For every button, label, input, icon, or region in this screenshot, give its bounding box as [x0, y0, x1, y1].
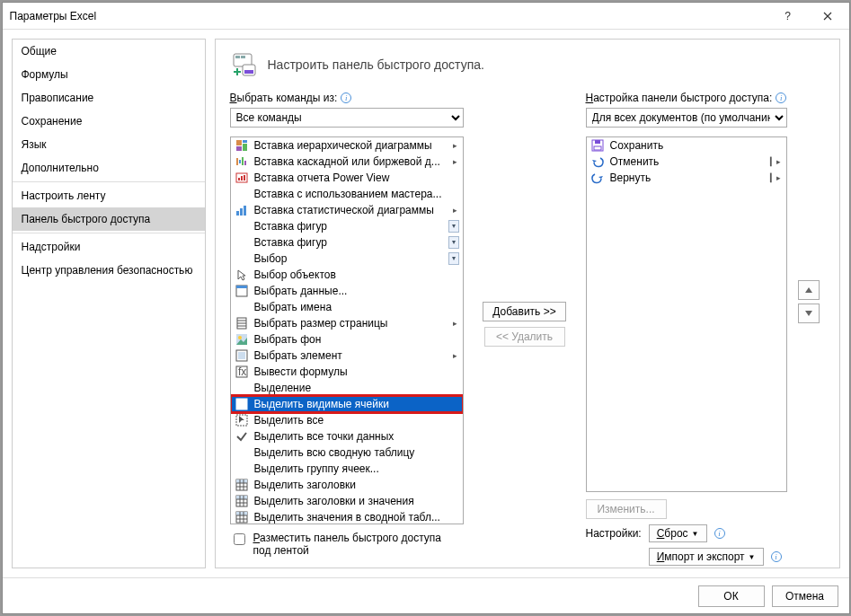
command-label: Выбрать размер страницы [254, 317, 448, 330]
info-icon[interactable]: i [771, 551, 782, 562]
command-label: Выбрать элемент [254, 349, 448, 362]
command-item[interactable]: Вставка с использованием мастера... [231, 186, 463, 202]
main-heading: Настроить панель быстрого доступа. [268, 57, 484, 72]
command-item[interactable]: Выделение [231, 380, 463, 396]
qat-customize-icon [230, 50, 259, 79]
svg-rect-4 [244, 70, 253, 74]
command-item[interactable]: Вставка иерархической диаграммы▸ [231, 137, 463, 154]
command-item[interactable]: Выделить заголовки и значения [231, 493, 463, 509]
qat-item[interactable]: Сохранить [587, 137, 786, 154]
dropdown-chevron-icon[interactable]: ▾ [448, 252, 459, 265]
chart-wf-icon [235, 154, 249, 169]
reset-menu-button[interactable]: Сброс▼ [649, 524, 707, 542]
sidebar-item[interactable]: Сохранение [13, 110, 205, 133]
select-all-icon [235, 413, 249, 427]
split-arrow-icon: ▎▸ [770, 157, 783, 166]
command-item[interactable]: Выделить значения в сводной табл... [231, 509, 463, 524]
command-label: Выбор [254, 252, 443, 265]
qat-item-label: Сохранить [610, 139, 783, 152]
help-button[interactable]: ? [768, 4, 808, 29]
svg-rect-38 [595, 140, 600, 144]
command-label: Выбор объектов [254, 268, 459, 281]
sidebar-item[interactable]: Настроить ленту [13, 184, 205, 207]
dropdown-chevron-icon[interactable]: ▾ [448, 236, 459, 249]
command-label: Выделить все точки данных [254, 430, 459, 443]
command-label: Выделить всю сводную таблицу [254, 446, 459, 459]
ok-button[interactable]: ОК [698, 585, 765, 607]
command-item[interactable]: Выбор▾ [231, 251, 463, 267]
excel-options-dialog: Параметры Excel ? ОбщиеФормулыПравописан… [2, 2, 850, 614]
command-item[interactable]: Выделить всю сводную таблицу [231, 444, 463, 461]
close-button[interactable] [808, 4, 847, 29]
import-export-menu-button[interactable]: Импорт и экспорт▼ [649, 548, 764, 566]
command-label: Выделить группу ячеек... [254, 462, 459, 475]
submenu-arrow-icon: ▸ [453, 206, 459, 215]
triangle-down-icon [805, 311, 812, 316]
command-label: Выделение [254, 382, 459, 394]
add-button[interactable]: Добавить >> [483, 302, 565, 321]
headers-icon [235, 478, 249, 492]
command-item[interactable]: Выбрать данные... [231, 283, 463, 299]
info-icon[interactable]: i [341, 92, 351, 103]
svg-rect-15 [241, 176, 243, 180]
blank-icon [235, 381, 249, 395]
below-ribbon-checkbox[interactable] [234, 533, 245, 545]
qat-listbox[interactable]: СохранитьОтменить▎▸Вернуть▎▸ [586, 136, 787, 492]
command-item[interactable]: Выбор объектов [231, 267, 463, 283]
command-label: Вывести формулы [254, 365, 459, 378]
qat-item[interactable]: Отменить▎▸ [587, 154, 786, 170]
command-item[interactable]: Выбрать фон [231, 331, 463, 348]
dropdown-chevron-icon[interactable]: ▾ [448, 220, 459, 233]
move-down-button[interactable] [798, 304, 820, 323]
submenu-arrow-icon: ▸ [453, 157, 459, 166]
command-label: Вставка статистической диаграммы [254, 204, 448, 216]
modify-button[interactable]: Изменить... [586, 499, 667, 519]
qat-item-label: Вернуть [610, 172, 765, 184]
remove-button[interactable]: << Удалить [484, 327, 565, 347]
formulas-icon: fx [235, 365, 249, 379]
sidebar-item[interactable]: Дополнительно [13, 156, 205, 180]
cancel-button[interactable]: Отмена [772, 585, 838, 607]
command-item[interactable]: Вставка фигур▾ [231, 234, 463, 251]
command-item[interactable]: Вставка отчета Power View [231, 170, 463, 186]
command-item[interactable]: Вставка каскадной или биржевой д...▸ [231, 154, 463, 170]
sidebar-item[interactable]: Правописание [13, 86, 205, 110]
command-item[interactable]: Выделить группу ячеек... [231, 461, 463, 477]
svg-rect-34 [236, 496, 247, 499]
qat-scope-combo[interactable]: Для всех документов (по умолчанию) [586, 108, 787, 128]
svg-rect-12 [244, 161, 246, 165]
check-icon [235, 429, 249, 444]
svg-text:fx: fx [238, 365, 246, 378]
sidebar-item[interactable]: Центр управления безопасностью [13, 259, 205, 282]
choose-commands-combo[interactable]: Все команды [230, 108, 464, 128]
reorder-buttons [798, 280, 820, 323]
move-up-button[interactable] [798, 280, 820, 300]
command-item[interactable]: Выделить все точки данных [231, 428, 463, 444]
command-item[interactable]: Вставка фигур▾ [231, 218, 463, 234]
command-item[interactable]: fxВывести формулы [231, 364, 463, 380]
command-item[interactable]: Выделить видимые ячейки [231, 396, 463, 412]
sidebar-item[interactable]: Общие [13, 40, 205, 63]
command-item[interactable]: Выбрать элемент▸ [231, 348, 463, 364]
sidebar-item[interactable]: Панель быстрого доступа [13, 207, 205, 231]
below-ribbon-label: Разместить панель быстрого доступа под л… [253, 532, 460, 557]
blank-icon [235, 462, 249, 476]
svg-rect-9 [236, 158, 238, 165]
content-area: ОбщиеФормулыПравописаниеСохранениеЯзыкДо… [3, 30, 849, 577]
svg-rect-32 [236, 480, 247, 483]
svg-rect-14 [238, 178, 240, 180]
sidebar-item[interactable]: Язык [13, 133, 205, 156]
qat-item[interactable]: Вернуть▎▸ [587, 170, 786, 186]
command-item[interactable]: Вставка статистической диаграммы▸ [231, 202, 463, 218]
blank-icon [235, 445, 249, 460]
command-item[interactable]: Выбрать размер страницы▸ [231, 315, 463, 331]
sidebar-item[interactable]: Формулы [13, 63, 205, 86]
info-icon[interactable]: i [714, 528, 725, 539]
info-icon[interactable]: i [776, 92, 786, 103]
command-item[interactable]: Выбрать имена [231, 299, 463, 315]
command-item[interactable]: Выделить все [231, 412, 463, 428]
command-item[interactable]: Выделить заголовки [231, 477, 463, 493]
sidebar-item[interactable]: Надстройки [13, 235, 205, 259]
svg-rect-1 [235, 56, 240, 58]
commands-listbox[interactable]: Вставка иерархической диаграммы▸Вставка … [230, 136, 464, 524]
